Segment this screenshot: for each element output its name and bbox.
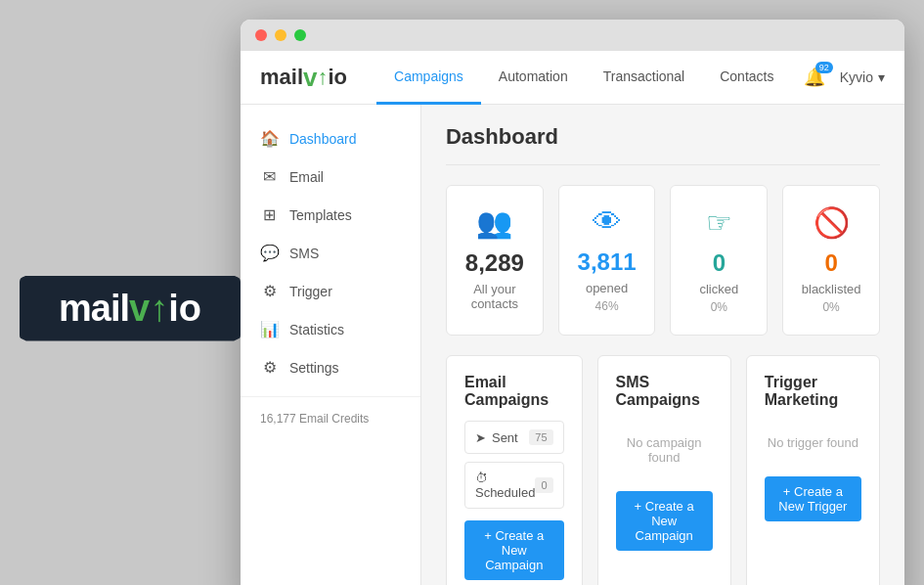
browser-window: mailv↑io Campaigns Automation Transactio… [241, 20, 904, 585]
sidebar-item-settings[interactable]: ⚙ Settings [241, 348, 420, 386]
statistics-icon: 📊 [260, 320, 280, 338]
sidebar: 🏠 Dashboard ✉ Email ⊞ Templates 💬 SMS ⚙ … [241, 105, 421, 585]
browser-dot-close[interactable] [255, 29, 267, 41]
nav-tab-campaigns[interactable]: Campaigns [376, 51, 481, 105]
blacklisted-icon: 🚫 [798, 205, 864, 240]
sidebar-item-label-email: Email [289, 169, 324, 185]
trigger-icon: ⚙ [260, 282, 280, 300]
browser-chrome [241, 20, 904, 51]
sms-campaign-empty: No campaign found [616, 421, 713, 479]
scheduled-icon: ⏱ [475, 471, 488, 485]
settings-icon: ⚙ [260, 358, 280, 377]
user-menu[interactable]: Kyvio ▾ [840, 69, 885, 85]
stat-card-blacklisted: 🚫 0 blacklisted 0% [782, 185, 880, 336]
nav-tab-contacts[interactable]: Contacts [702, 51, 791, 105]
opened-icon: 👁 [574, 205, 640, 239]
sent-badge: 75 [529, 429, 552, 445]
stat-percent-opened: 46% [574, 299, 640, 313]
bell-badge: 92 [815, 62, 833, 73]
app-body: 🏠 Dashboard ✉ Email ⊞ Templates 💬 SMS ⚙ … [241, 105, 904, 585]
main-content: Dashboard 👥 8,289 All your contacts 👁 3,… [421, 105, 904, 585]
sidebar-item-label-settings: Settings [289, 360, 339, 376]
email-icon: ✉ [260, 167, 280, 186]
bell-icon[interactable]: 🔔 92 [804, 67, 825, 88]
stat-label-contacts: All your contacts [462, 282, 528, 311]
email-campaign-title: Email Campaigns [464, 374, 564, 409]
logo-io: io [328, 65, 347, 90]
stat-card-clicked: ☞ 0 clicked 0% [670, 185, 768, 336]
templates-icon: ⊞ [260, 205, 280, 224]
sidebar-item-statistics[interactable]: 📊 Statistics [241, 310, 420, 348]
campaign-row-sent[interactable]: ➤Sent 75 [464, 421, 564, 454]
user-name: Kyvio [840, 69, 873, 85]
trigger-campaign-title: Trigger Marketing [765, 374, 861, 409]
stat-card-opened: 👁 3,811 opened 46% [558, 185, 656, 336]
scheduled-row-label: ⏱Scheduled [475, 471, 535, 500]
app-header: mailv↑io Campaigns Automation Transactio… [241, 51, 904, 105]
stat-number-opened: 3,811 [574, 248, 640, 276]
sidebar-credits: 16,177 Email Credits [241, 396, 420, 440]
sidebar-item-label-statistics: Statistics [289, 322, 344, 338]
sms-icon: 💬 [260, 244, 280, 262]
sidebar-item-templates[interactable]: ⊞ Templates [241, 196, 420, 234]
campaign-card-trigger: Trigger Marketing No trigger found + Cre… [746, 355, 880, 585]
stat-number-contacts: 8,289 [462, 249, 528, 277]
sidebar-item-label-dashboard: Dashboard [289, 131, 357, 147]
clicked-icon: ☞ [685, 205, 752, 240]
sent-icon: ➤ [475, 430, 486, 445]
nav-tab-automation[interactable]: Automation [481, 51, 586, 105]
campaign-row-scheduled[interactable]: ⏱Scheduled 0 [464, 462, 564, 509]
dashboard-icon: 🏠 [260, 129, 280, 148]
nav-tabs: Campaigns Automation Transactional Conta… [376, 51, 804, 104]
sidebar-item-dashboard[interactable]: 🏠 Dashboard [241, 119, 420, 158]
stat-number-clicked: 0 [685, 249, 752, 277]
create-trigger-button[interactable]: + Create a New Trigger [765, 476, 861, 521]
campaigns-grid: Email Campaigns ➤Sent 75 ⏱Scheduled 0 + … [446, 355, 880, 585]
contacts-icon: 👥 [462, 205, 528, 240]
sidebar-item-email[interactable]: ✉ Email [241, 158, 420, 196]
create-sms-campaign-button[interactable]: + Create a New Campaign [616, 491, 713, 551]
sidebar-item-sms[interactable]: 💬 SMS [241, 234, 420, 272]
browser-dot-minimize[interactable] [275, 29, 286, 41]
campaign-card-email: Email Campaigns ➤Sent 75 ⏱Scheduled 0 + … [446, 355, 583, 585]
sidebar-item-label-sms: SMS [289, 246, 319, 261]
stat-percent-clicked: 0% [685, 300, 752, 314]
stat-number-blacklisted: 0 [798, 249, 864, 277]
stats-grid: 👥 8,289 All your contacts 👁 3,811 opened… [446, 185, 880, 336]
logo-mail: mail [260, 65, 303, 90]
sidebar-item-trigger[interactable]: ⚙ Trigger [241, 272, 420, 310]
sms-campaign-title: SMS Campaigns [616, 374, 713, 409]
logo-v: v [303, 63, 317, 93]
stat-label-blacklisted: blacklisted [798, 282, 864, 296]
campaign-card-sms: SMS Campaigns No campaign found + Create… [597, 355, 731, 585]
sidebar-item-label-trigger: Trigger [289, 284, 332, 299]
stat-card-contacts: 👥 8,289 All your contacts [446, 185, 544, 336]
stat-percent-blacklisted: 0% [798, 300, 864, 314]
stat-label-opened: opened [574, 281, 640, 295]
logo: mailv↑io [260, 63, 347, 93]
trigger-campaign-empty: No trigger found [765, 421, 861, 465]
browser-dot-maximize[interactable] [294, 29, 306, 41]
header-right: 🔔 92 Kyvio ▾ [804, 67, 885, 88]
page-title: Dashboard [446, 124, 880, 165]
stat-label-clicked: clicked [685, 282, 752, 296]
nav-tab-transactional[interactable]: Transactional [586, 51, 703, 105]
scheduled-badge: 0 [535, 477, 552, 493]
sidebar-item-label-templates: Templates [289, 207, 352, 223]
sent-row-label: ➤Sent [475, 430, 518, 445]
chevron-down-icon: ▾ [878, 69, 885, 85]
create-email-campaign-button[interactable]: + Create a New Campaign [464, 520, 564, 580]
logo-arrow: ↑ [317, 65, 328, 90]
